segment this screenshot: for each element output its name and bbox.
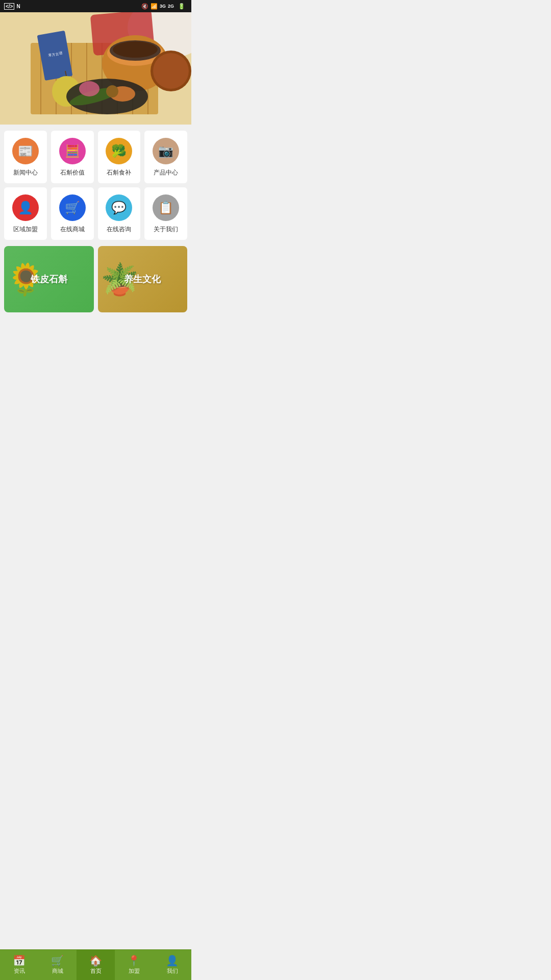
code-icon: </> xyxy=(4,3,14,10)
mute-icon: 🔇 xyxy=(141,3,148,10)
signal-3g: 3G xyxy=(160,4,166,9)
menu-grid: 📰 新闻中心 🧮 石斛价值 🥦 石斛食补 📷 产品中心 👤 区域加盟 🛒 在线商… xyxy=(0,125,191,246)
banner-yangsheng[interactable]: 🪴 养生文化 xyxy=(98,246,188,312)
menu-label-product: 产品中心 xyxy=(154,168,178,177)
status-left: </> N xyxy=(4,3,20,10)
signal-2g: 2G xyxy=(168,4,174,9)
svg-point-17 xyxy=(153,53,189,89)
menu-item-product[interactable]: 📷 产品中心 xyxy=(144,131,187,183)
menu-icon-news: 📰 xyxy=(12,138,39,164)
main-content: 草方古谱 📰 新闻中心 🧮 石斛价值 🥦 石 xyxy=(0,12,191,359)
menu-icon-consult: 💬 xyxy=(106,194,132,221)
menu-item-shop[interactable]: 🛒 在线商城 xyxy=(51,187,94,240)
menu-item-food[interactable]: 🥦 石斛食补 xyxy=(98,131,141,183)
status-right: 🔇 📶 3G 2G 🔋 xyxy=(141,3,187,10)
menu-icon-shop: 🛒 xyxy=(59,194,86,221)
menu-icon-value: 🧮 xyxy=(59,138,86,164)
menu-label-shop: 在线商城 xyxy=(60,225,85,234)
menu-label-consult: 在线咨询 xyxy=(107,225,131,234)
banner-title-tiepishihu: 铁皮石斛 xyxy=(31,273,67,285)
battery-icon: 🔋 xyxy=(178,3,185,10)
menu-label-franchise: 区域加盟 xyxy=(13,225,38,234)
banner-tiepishihu[interactable]: 🌻 铁皮石斛 xyxy=(4,246,94,312)
menu-label-news: 新闻中心 xyxy=(13,168,38,177)
menu-item-news[interactable]: 📰 新闻中心 xyxy=(4,131,47,183)
wifi-icon: 📶 xyxy=(151,3,158,10)
svg-point-26 xyxy=(106,85,118,97)
menu-label-value: 石斛价值 xyxy=(60,168,85,177)
nfc-icon: N xyxy=(16,4,20,9)
banner-title-yangsheng: 养生文化 xyxy=(124,273,161,285)
menu-item-consult[interactable]: 💬 在线咨询 xyxy=(98,187,141,240)
status-bar: </> N 🔇 📶 3G 2G 🔋 xyxy=(0,0,191,12)
menu-item-value[interactable]: 🧮 石斛价值 xyxy=(51,131,94,183)
banner-row: 🌻 铁皮石斛 🪴 养生文化 xyxy=(0,246,191,318)
menu-icon-franchise: 👤 xyxy=(12,194,39,221)
menu-icon-food: 🥦 xyxy=(106,138,132,164)
menu-item-franchise[interactable]: 👤 区域加盟 xyxy=(4,187,47,240)
menu-item-about[interactable]: 📋 关于我们 xyxy=(144,187,187,240)
menu-icon-about: 📋 xyxy=(153,194,179,221)
menu-icon-product: 📷 xyxy=(153,138,179,164)
menu-label-about: 关于我们 xyxy=(154,225,178,234)
svg-point-24 xyxy=(79,81,99,96)
menu-label-food: 石斛食补 xyxy=(107,168,131,177)
svg-point-15 xyxy=(113,41,158,58)
hero-image: 草方古谱 xyxy=(0,12,191,125)
content-spacer xyxy=(0,318,191,329)
